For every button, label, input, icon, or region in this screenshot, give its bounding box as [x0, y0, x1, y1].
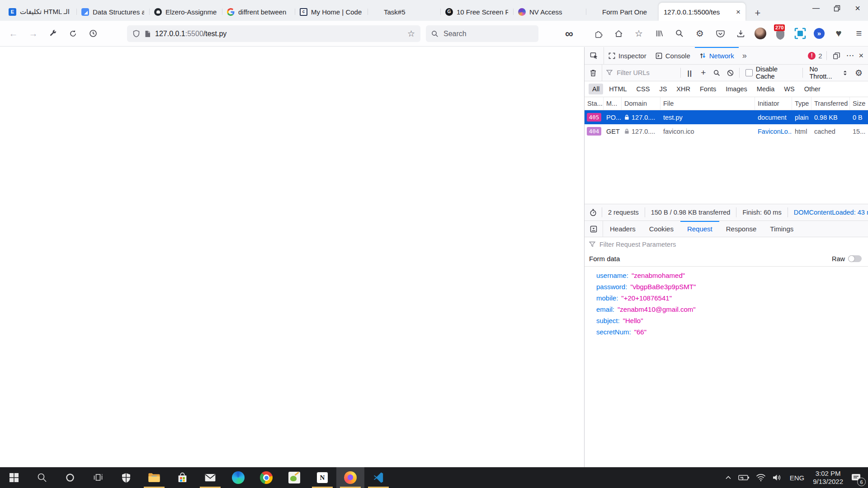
- bookmarks-star-icon[interactable]: ☆: [632, 27, 645, 41]
- taskbar-search-button[interactable]: [28, 467, 56, 488]
- new-tab-button[interactable]: +: [750, 5, 765, 21]
- param-mobile[interactable]: mobile:"+20+10876541": [585, 292, 868, 304]
- tab-nv-access[interactable]: NV Access: [513, 3, 586, 21]
- col-file[interactable]: File: [660, 97, 755, 110]
- wifi-icon[interactable]: [753, 467, 769, 488]
- details-pane-toggle-icon[interactable]: [585, 221, 603, 237]
- page-info-icon[interactable]: [144, 30, 151, 38]
- fast-forward-extension-icon[interactable]: »: [814, 28, 825, 39]
- filter-ws[interactable]: WS: [780, 84, 798, 94]
- col-initiator[interactable]: Initiator: [755, 97, 792, 110]
- screenshot-extension-icon[interactable]: [794, 28, 806, 39]
- chrome-button[interactable]: [252, 467, 280, 488]
- extensions-puzzle-icon[interactable]: [592, 27, 604, 41]
- throttling-dropdown[interactable]: No Thrott...: [807, 66, 850, 80]
- menu-hamburger-icon[interactable]: ≡: [853, 27, 865, 41]
- tab-task5[interactable]: Task#5: [368, 3, 440, 21]
- responsive-design-icon[interactable]: [831, 52, 841, 60]
- filter-fonts[interactable]: Fonts: [696, 84, 720, 94]
- cell-initiator-link[interactable]: FaviconLo...: [755, 128, 792, 135]
- add-request-icon[interactable]: +: [698, 68, 708, 78]
- tab-response[interactable]: Response: [719, 221, 764, 237]
- file-explorer-button[interactable]: [140, 467, 168, 488]
- request-list-empty-area[interactable]: [585, 138, 868, 204]
- param-subject[interactable]: subject:"Hello": [585, 315, 868, 326]
- profile-avatar[interactable]: [755, 28, 766, 39]
- tab-headers[interactable]: Headers: [603, 221, 642, 237]
- tab-form-part-one[interactable]: Form Part One: [586, 3, 659, 21]
- rainbow-heart-extension-icon[interactable]: ♥: [832, 27, 845, 41]
- tab-network[interactable]: Network: [695, 47, 739, 64]
- clear-requests-trash-icon[interactable]: [585, 65, 602, 81]
- filter-urls-field[interactable]: [606, 69, 676, 77]
- param-email[interactable]: email:"zenabm410@gmail.com": [585, 304, 868, 315]
- pocket-icon[interactable]: [714, 27, 726, 41]
- tab-console[interactable]: Console: [651, 47, 695, 64]
- col-transferred[interactable]: Transferred: [811, 97, 850, 110]
- request-row-testpy[interactable]: 405 PO... 127.0.... test.py document pla…: [585, 110, 868, 124]
- bookmark-star-icon[interactable]: ☆: [407, 28, 415, 39]
- filter-html[interactable]: HTML: [605, 84, 630, 94]
- edge-button[interactable]: [224, 467, 252, 488]
- tab-free-screen-recorder[interactable]: G 10 Free Screen R: [440, 3, 513, 21]
- back-icon[interactable]: ←: [6, 27, 20, 41]
- node-picker-icon[interactable]: [585, 47, 604, 64]
- volume-icon[interactable]: [769, 467, 785, 488]
- filter-request-parameters-input[interactable]: [599, 240, 713, 249]
- reload-icon[interactable]: [66, 27, 80, 41]
- mask-extension-icon[interactable]: ∞: [562, 26, 576, 41]
- tab-close-icon[interactable]: ×: [736, 8, 741, 16]
- start-button[interactable]: [0, 467, 28, 488]
- block-requests-icon[interactable]: [726, 70, 735, 76]
- raw-toggle[interactable]: [848, 255, 862, 262]
- forward-icon[interactable]: →: [26, 27, 40, 41]
- param-secretnum[interactable]: secretNum:"66": [585, 326, 868, 338]
- vscode-button[interactable]: [364, 467, 392, 488]
- search-bar[interactable]: [426, 25, 538, 42]
- filter-request-parameters-field[interactable]: [585, 237, 868, 251]
- error-badge-icon[interactable]: !: [808, 52, 816, 60]
- restore-button[interactable]: [826, 0, 847, 16]
- col-domain[interactable]: Domain: [622, 97, 660, 110]
- toolbar-search-icon[interactable]: [673, 27, 686, 41]
- search-input[interactable]: [443, 29, 521, 38]
- col-status[interactable]: Sta...: [585, 97, 604, 110]
- tab-html-tasks[interactable]: E تكليفات HTML الـ: [4, 3, 76, 21]
- param-username[interactable]: username:"zenabmohamed": [585, 270, 868, 281]
- tab-elzero-assignment[interactable]: Elzero-Assignme: [149, 3, 222, 21]
- network-settings-gear-icon[interactable]: ⚙: [854, 68, 868, 78]
- close-button[interactable]: ×: [847, 0, 868, 16]
- settings-gear-icon[interactable]: ⚙: [693, 27, 706, 41]
- param-password[interactable]: password:"vbgpBaBe3p9pSMT": [585, 281, 868, 292]
- wrench-icon[interactable]: [46, 27, 60, 41]
- filter-xhr[interactable]: XHR: [673, 84, 694, 94]
- filter-other[interactable]: Other: [801, 84, 824, 94]
- tab-my-home-code[interactable]: c My Home | Code: [295, 3, 368, 21]
- blocker-extension-icon[interactable]: 270: [774, 27, 787, 40]
- filter-images[interactable]: Images: [722, 84, 751, 94]
- more-tabs-chevron-icon[interactable]: »: [739, 47, 750, 64]
- clock[interactable]: 3:02 PM 9/13/2022: [809, 469, 847, 486]
- url-bar[interactable]: 127.0.0.1:5500/test.py ☆: [127, 25, 420, 42]
- request-row-favicon[interactable]: 404 GET 127.0.... favicon.ico FaviconLo.…: [585, 124, 868, 138]
- tab-request[interactable]: Request: [680, 221, 719, 237]
- battery-icon[interactable]: [735, 467, 753, 488]
- disable-cache-checkbox[interactable]: Disable Cache: [744, 66, 798, 80]
- firefox-button[interactable]: [336, 467, 364, 488]
- performance-stopwatch-icon[interactable]: [585, 207, 602, 217]
- tab-timings[interactable]: Timings: [763, 221, 800, 237]
- library-icon[interactable]: [653, 27, 665, 41]
- filter-media[interactable]: Media: [753, 84, 778, 94]
- downloads-icon[interactable]: [734, 27, 747, 41]
- language-indicator[interactable]: ENG: [785, 474, 809, 482]
- notion-button[interactable]: N: [308, 467, 336, 488]
- col-size[interactable]: Size: [850, 97, 868, 110]
- tab-localhost-active[interactable]: 127.0.0.1:5500/tes ×: [659, 3, 745, 21]
- tab-google-search[interactable]: diffrent between: [222, 3, 295, 21]
- filter-css[interactable]: CSS: [633, 84, 654, 94]
- tab-data-structures[interactable]: Data Structures a: [76, 3, 149, 21]
- tab-cookies[interactable]: Cookies: [642, 221, 680, 237]
- minimize-button[interactable]: —: [806, 0, 826, 16]
- action-center-button[interactable]: 6: [847, 467, 868, 488]
- filter-urls-input[interactable]: [616, 69, 676, 77]
